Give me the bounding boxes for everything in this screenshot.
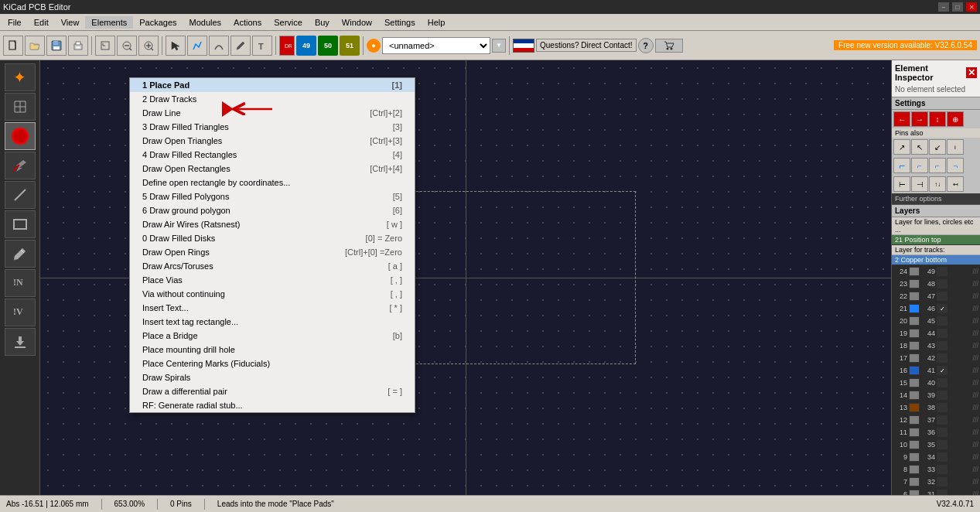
menu-settings[interactable]: Settings [378, 16, 422, 29]
settings-icon-12[interactable]: ⌐ [947, 158, 964, 173]
help-button[interactable]: ? [638, 38, 654, 53]
label-tool[interactable]: !N [5, 269, 36, 297]
layer-checkbox[interactable] [937, 292, 948, 301]
menu-place-pad[interactable]: 1 Place Pad [1] [130, 78, 415, 92]
layer-row[interactable]: 18 43 /// [892, 340, 980, 352]
layer-badge-51[interactable]: 51 [340, 36, 360, 56]
text-tool-button[interactable]: T [252, 36, 272, 56]
settings-icon-11[interactable]: ⌐ [929, 158, 946, 173]
device-selector[interactable]: <unnamed> [382, 37, 490, 54]
layer-checkbox[interactable] [937, 391, 948, 400]
device-dropdown-btn[interactable]: ▼ [492, 39, 506, 53]
menu-place-bridge[interactable]: Place a Bridge [b] [130, 329, 415, 343]
settings-icon-13[interactable]: ⊢ [893, 176, 910, 192]
circle-indicator[interactable] [5, 122, 36, 150]
layer-checkbox[interactable] [937, 329, 948, 338]
layer-row[interactable]: 24 49 /// [892, 265, 980, 278]
element-inspector-close[interactable]: ✕ [966, 67, 977, 78]
layer-row[interactable]: 9 34 /// [892, 451, 980, 463]
settings-icon-14[interactable]: ⊣ [911, 176, 928, 192]
layer-row[interactable]: 19 44 /// [892, 327, 980, 340]
layer-checkbox[interactable] [937, 353, 948, 363]
zoom-in-button[interactable] [138, 36, 159, 56]
layer-checkbox[interactable] [937, 267, 948, 276]
layer-row[interactable]: 8 33 /// [892, 463, 980, 476]
layer-row[interactable]: 12 37 /// [892, 414, 980, 426]
layer-checkbox[interactable] [937, 440, 948, 449]
print-button[interactable] [68, 36, 88, 56]
menu-file[interactable]: File [2, 16, 28, 29]
new-button[interactable] [3, 36, 23, 56]
menu-draw-open-triangles[interactable]: Draw Open Triangles [Ctrl]+[3] [130, 134, 415, 148]
arc-tool-button[interactable] [209, 36, 229, 56]
menu-draw-filled-polygons[interactable]: 5 Draw Filled Polygons [5] [130, 189, 415, 203]
menu-via-without-continuing[interactable]: Via without continuing [ , ] [130, 287, 415, 301]
menu-draw-filled-rects[interactable]: 4 Draw Filled Rectangles [4] [130, 148, 415, 162]
menu-packages[interactable]: Packages [133, 16, 183, 29]
line-tool[interactable] [5, 181, 36, 209]
position-top-label[interactable]: 21 Position top [892, 235, 980, 245]
save-button[interactable] [46, 36, 67, 56]
menu-draw-filled-disks[interactable]: 0 Draw Filled Disks [0] = Zero [130, 231, 415, 245]
menu-place-centering[interactable]: Place Centering Marks (Fiducials) [130, 357, 415, 370]
layer-row[interactable]: 13 38 /// [892, 401, 980, 414]
menu-actions[interactable]: Actions [227, 16, 268, 29]
route-tool-button[interactable] [187, 36, 207, 56]
menu-draw-open-rings[interactable]: Draw Open Rings [Ctrl]+[0] =Zero [130, 245, 415, 259]
layer-row[interactable]: 23 48 /// [892, 278, 980, 290]
layer-row[interactable]: 6 31 /// [892, 488, 980, 495]
download-tool[interactable] [5, 328, 36, 356]
pencil-tool-button[interactable] [230, 36, 251, 56]
layer-checkbox[interactable] [937, 452, 948, 462]
layer-checkbox[interactable] [937, 490, 948, 495]
layer-checkbox[interactable] [937, 316, 948, 326]
menu-place-vias[interactable]: Place Vias [ , ] [130, 273, 415, 287]
menu-define-rect[interactable]: Define open rectangle by coordinates... [130, 176, 415, 189]
layer-row[interactable]: 15 40 /// [892, 377, 980, 389]
language-flag[interactable] [513, 39, 534, 53]
layer-checkbox[interactable]: ✓ [937, 366, 948, 375]
menu-buy[interactable]: Buy [309, 16, 336, 29]
rect-tool[interactable] [5, 210, 36, 238]
cart-button[interactable] [655, 39, 683, 53]
layer-checkbox[interactable] [937, 477, 948, 486]
menu-draw-spirals[interactable]: Draw Spirals [130, 370, 415, 384]
layer-row[interactable]: 22 47 /// [892, 290, 980, 302]
menu-draw-air-wires[interactable]: Draw Air Wires (Ratsnest) [ w ] [130, 217, 415, 231]
settings-icon-15[interactable]: ↑↓ [929, 176, 946, 192]
layer-row[interactable]: 17 42 /// [892, 352, 980, 364]
layer-row[interactable]: 7 32 /// [892, 476, 980, 488]
settings-icon-3[interactable]: ↕ [929, 111, 946, 127]
layer-checkbox[interactable] [937, 465, 948, 474]
zoom-out-button[interactable] [117, 36, 137, 56]
settings-icon-10[interactable]: ⌐ [911, 158, 928, 173]
layer-row[interactable]: 14 39 /// [892, 389, 980, 401]
layers-list[interactable]: 24 49 /// 23 48 /// 22 47 /// 21 46 ✓ //… [892, 265, 980, 495]
layer-row[interactable]: 11 36 /// [892, 426, 980, 439]
menu-edit[interactable]: Edit [28, 16, 55, 29]
drc-button[interactable]: DRC [279, 36, 295, 56]
settings-icon-16[interactable]: ↤ [947, 176, 964, 192]
layer-checkbox[interactable] [937, 428, 948, 437]
pencil-tool-side[interactable] [5, 240, 36, 268]
menu-draw-diff-pair[interactable]: Draw a differential pair [ = ] [130, 384, 415, 398]
canvas-area[interactable]: 1 Place Pad [1] 2 Draw Tracks Draw Line … [40, 60, 891, 495]
layer-checkbox[interactable] [937, 279, 948, 288]
minimize-button[interactable]: − [938, 2, 949, 12]
close-button[interactable]: ✕ [966, 2, 977, 12]
settings-icon-9[interactable]: ⌐ [893, 158, 910, 173]
layer-checkbox[interactable] [937, 378, 948, 387]
settings-icon-7[interactable]: ↙ [929, 139, 946, 155]
star-tool[interactable]: ✦ [5, 63, 36, 91]
menu-view[interactable]: View [55, 16, 86, 29]
questions-button[interactable]: Questions? Direct Contact! [536, 39, 637, 52]
menu-service[interactable]: Service [268, 16, 309, 29]
menu-insert-text[interactable]: Insert Text... [ * ] [130, 301, 415, 315]
layer-row[interactable]: 21 46 ✓ /// [892, 302, 980, 315]
label2-tool[interactable]: !V [5, 299, 36, 326]
layer-row[interactable]: 10 35 /// [892, 439, 980, 451]
layer-row[interactable]: 16 41 ✓ /// [892, 364, 980, 377]
menu-help[interactable]: Help [422, 16, 452, 29]
settings-icon-2[interactable]: → [911, 111, 928, 127]
menu-rf-radial-stub[interactable]: RF: Generate radial stub... [130, 398, 415, 412]
